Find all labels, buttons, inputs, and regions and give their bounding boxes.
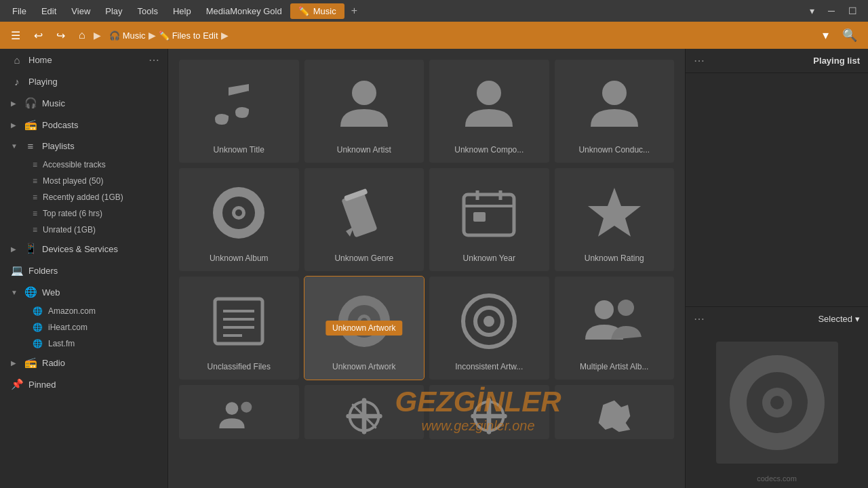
grid-item-inconsistent-artwork[interactable]: Inconsistent Artw... (429, 277, 549, 380)
grid-item-unknown-year[interactable]: Unknown Year (429, 168, 549, 271)
grid-item-unknown-composer[interactable]: Unknown Compo... (429, 60, 549, 163)
svg-point-0 (352, 81, 376, 105)
playing-list-content (686, 73, 868, 306)
grid-item-unknown-rating[interactable]: Unknown Rating (555, 168, 675, 271)
sidebar-iheart-label: iHeart.com (48, 323, 87, 332)
active-tab-label: Music (313, 6, 336, 16)
grid-item-row4-3[interactable] (429, 385, 549, 439)
web-icon: 🌐 (24, 286, 37, 298)
sidebar-item-web[interactable]: ▼ 🌐 Web (0, 281, 167, 303)
grid-label-unknown-title: Unknown Title (214, 145, 264, 155)
panel-bottom-more-icon[interactable]: ⋯ (694, 312, 705, 325)
menu-file[interactable]: File (5, 3, 33, 19)
sidebar-item-lastfm[interactable]: 🌐 Last.fm (0, 336, 167, 352)
svg-point-31 (241, 402, 252, 413)
undo-button[interactable]: ↩ (28, 26, 48, 45)
win-minimize[interactable]: ─ (823, 3, 840, 19)
grid-item-row4-2[interactable] (304, 385, 425, 439)
sidebar-music-label: Music (42, 98, 159, 108)
sidebar-item-folders[interactable]: 💻 Folders (0, 260, 167, 281)
sidebar-pinned-label: Pinned (28, 380, 159, 390)
breadcrumb-sep-1: ▶ (94, 30, 101, 41)
grid-label-unknown-composer: Unknown Compo... (454, 145, 524, 155)
grid-item-row4-1[interactable] (179, 385, 299, 439)
sidebar-item-playlists[interactable]: ▼ ≡ Playlists (0, 136, 167, 157)
sidebar-most-played-label: Most played (50) (43, 176, 103, 186)
grid-item-unknown-title[interactable]: Unknown Title (179, 60, 299, 163)
grid-item-row4-4[interactable] (555, 385, 675, 439)
svg-point-43 (770, 396, 784, 409)
grid-label-inconsistent-artwork: Inconsistent Artw... (455, 362, 523, 371)
sidebar-item-playing[interactable]: ♪ Playing (0, 71, 167, 92)
active-tab[interactable]: ✏️ Music (290, 3, 344, 19)
svg-point-28 (595, 300, 614, 319)
sidebar-item-amazon[interactable]: 🌐 Amazon.com (0, 303, 167, 319)
recently-added-icon: ≡ (33, 192, 37, 202)
selected-album-art (716, 342, 838, 464)
hamburger-button[interactable]: ☰ (5, 26, 26, 45)
sidebar-item-devices[interactable]: ▶ 📱 Devices & Services (0, 238, 167, 260)
filter-button[interactable]: ▾ (817, 25, 834, 45)
unknown-artwork-tooltip: Unknown Artwork (326, 321, 402, 336)
sidebar-web-label: Web (42, 287, 159, 298)
menu-tools[interactable]: Tools (131, 3, 165, 19)
conductor-person-icon (580, 70, 648, 138)
pinned-icon: 📌 (11, 378, 23, 390)
sidebar-home-more[interactable]: ⋯ (149, 54, 159, 66)
sidebar-item-podcasts[interactable]: ▶ 📻 Podcasts (0, 114, 167, 136)
grid-item-multiple-artist[interactable]: Multiple Artist Alb... (555, 277, 675, 380)
home-button[interactable]: ⌂ (73, 26, 91, 44)
sidebar-accessible-tracks-label: Accessible tracks (43, 160, 106, 169)
grid-item-unknown-conductor[interactable]: Unknown Conduc... (555, 60, 675, 163)
menu-edit[interactable]: Edit (35, 3, 63, 19)
sidebar-lastfm-label: Last.fm (48, 339, 75, 348)
svg-marker-39 (598, 401, 630, 432)
menu-view[interactable]: View (64, 3, 97, 19)
breadcrumb-files-to-edit[interactable]: Files to Edit (172, 30, 218, 41)
grid-label-unknown-conductor: Unknown Conduc... (578, 145, 650, 155)
win-maximize[interactable]: ☐ (843, 3, 863, 19)
grid-item-unknown-artwork[interactable]: Unknown Artwork Unknown Artwork (304, 277, 425, 380)
redo-button[interactable]: ↪ (51, 26, 71, 45)
grid-item-unknown-genre[interactable]: Unknown Genre (304, 168, 425, 271)
sidebar-radio-label: Radio (42, 358, 159, 368)
selected-dropdown[interactable]: Selected ▾ (818, 314, 860, 324)
sidebar-item-home[interactable]: ⌂ Home ⋯ (0, 49, 167, 71)
sidebar-item-radio[interactable]: ▶ 📻 Radio (0, 352, 167, 373)
menu-bar: File Edit View Play Tools Help MediaMonk… (5, 2, 804, 20)
sidebar-devices-label: Devices & Services (42, 244, 159, 254)
menu-help[interactable]: Help (166, 3, 198, 19)
svg-rect-16 (215, 299, 262, 344)
search-button[interactable]: 🔍 (837, 25, 863, 45)
grid-item-unknown-album[interactable]: Unknown Album (179, 168, 299, 271)
toolbar: ☰ ↩ ↪ ⌂ ▶ 🎧 Music ▶ ✏️ Files to Edit ▶ ▾… (0, 22, 868, 49)
sidebar-item-most-played[interactable]: ≡ Most played (50) (0, 173, 167, 189)
most-played-icon: ≡ (33, 176, 37, 186)
devices-expand-icon: ▶ (11, 245, 19, 253)
win-dropdown[interactable]: ▾ (804, 3, 820, 19)
grid-item-unclassified-files[interactable]: Unclassified Files (179, 277, 299, 380)
sidebar-item-iheart[interactable]: 🌐 iHeart.com (0, 319, 167, 336)
calendar-icon (455, 179, 523, 247)
grid-item-unknown-artist[interactable]: Unknown Artist (304, 60, 425, 163)
panel-top-more-icon[interactable]: ⋯ (694, 54, 705, 67)
breadcrumb-sep-3: ▶ (221, 30, 229, 41)
menu-mediamonkey[interactable]: MediaMonkey Gold (199, 3, 289, 19)
sidebar-item-recently-added[interactable]: ≡ Recently added (1GB) (0, 189, 167, 205)
svg-rect-10 (464, 195, 514, 235)
sidebar-item-top-rated[interactable]: ≡ Top rated (6 hrs) (0, 205, 167, 222)
svg-point-29 (618, 300, 634, 316)
pencil-icon (330, 179, 398, 247)
sidebar-item-music[interactable]: ▶ 🎧 Music (0, 92, 167, 114)
sidebar-item-accessible-tracks[interactable]: ≡ Accessible tracks (0, 157, 167, 173)
pencil-icon: ✏️ (298, 6, 309, 16)
breadcrumb-music[interactable]: Music (123, 30, 146, 41)
svg-point-30 (226, 402, 239, 415)
sidebar-item-unrated[interactable]: ≡ Unrated (1GB) (0, 222, 167, 238)
menu-play[interactable]: Play (98, 3, 129, 19)
grid-label-unknown-artist: Unknown Artist (337, 145, 391, 155)
add-tab-button[interactable]: + (346, 2, 363, 20)
sidebar-home-label: Home (28, 55, 143, 65)
sidebar-item-pinned[interactable]: 📌 Pinned (0, 373, 167, 395)
sidebar-playing-label: Playing (28, 77, 159, 87)
